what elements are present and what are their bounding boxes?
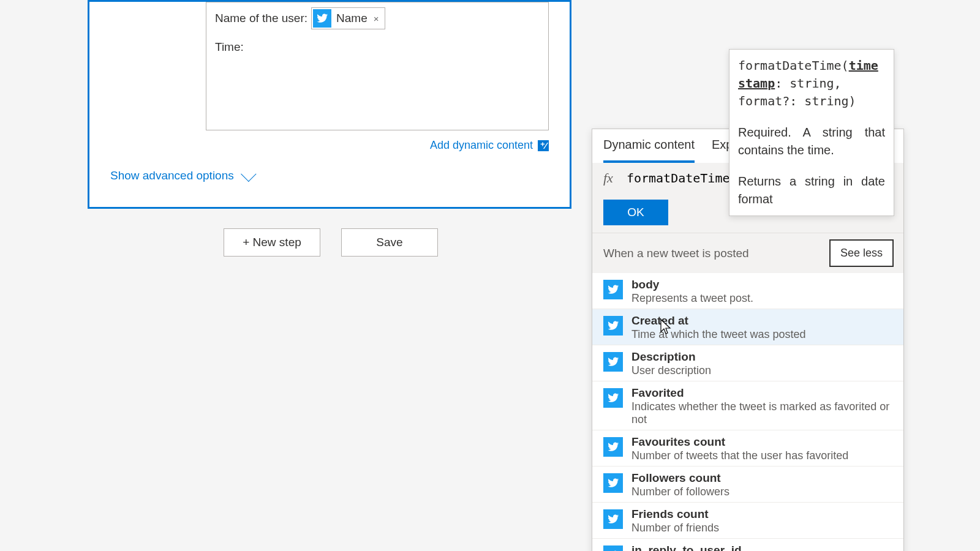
dc-item-body[interactable]: bodyRepresents a tweet post. <box>592 273 903 309</box>
field-label-time: Time: <box>215 40 244 54</box>
twitter-icon <box>603 388 623 408</box>
new-step-button[interactable]: + New step <box>224 228 320 257</box>
body-line-1: Name of the user: Name × <box>215 7 542 29</box>
chevron-down-icon <box>241 166 256 181</box>
dc-item-title: Created at <box>631 314 805 328</box>
tooltip-fn: formatDateTime( <box>738 58 849 73</box>
show-advanced-label: Show advanced options <box>110 169 234 182</box>
token-name[interactable]: Name × <box>311 7 385 29</box>
dc-item-title: Followers count <box>631 471 729 485</box>
dc-item-favourites-count[interactable]: Favourites countNumber of tweets that th… <box>592 430 903 467</box>
see-less-button[interactable]: See less <box>829 239 894 267</box>
twitter-icon <box>603 545 623 551</box>
dc-item-followers-count[interactable]: Followers countNumber of followers <box>592 467 903 503</box>
dc-item-in-reply-to-user-id[interactable]: in_reply_to_user_idUser Id of the author… <box>592 539 903 551</box>
dc-item-title: Friends count <box>631 508 719 521</box>
add-dynamic-content-link[interactable]: Add dynamic content ⁺⁄ <box>89 139 549 152</box>
field-label-name: Name of the user: <box>215 12 307 25</box>
token-label: Name <box>336 12 368 25</box>
twitter-icon <box>313 9 331 28</box>
body-line-2: Time: <box>215 40 542 54</box>
dc-item-favorited[interactable]: FavoritedIndicates whether the tweet is … <box>592 381 903 430</box>
dc-item-title: in_reply_to_user_id <box>631 544 892 551</box>
message-body-input[interactable]: Name of the user: Name × Time: <box>206 2 549 130</box>
dc-item-desc: Indicates whether the tweet is marked as… <box>631 400 892 426</box>
dc-item-desc: Time at which the tweet was posted <box>631 328 805 341</box>
dc-item-title: Favorited <box>631 386 892 400</box>
dc-item-desc: Represents a tweet post. <box>631 292 753 305</box>
dc-item-desc: User description <box>631 364 711 377</box>
tab-dynamic-content[interactable]: Dynamic content <box>603 138 695 163</box>
ok-button[interactable]: OK <box>603 200 668 225</box>
twitter-icon <box>603 473 623 493</box>
dc-item-description[interactable]: DescriptionUser description <box>592 345 903 381</box>
trigger-section-header: When a new tweet is posted See less <box>592 233 903 273</box>
twitter-icon <box>603 352 623 372</box>
flow-buttons: + New step Save <box>224 228 438 257</box>
dc-item-title: Favourites count <box>631 435 848 449</box>
dc-item-friends-count[interactable]: Friends countNumber of friends <box>592 503 903 539</box>
token-remove-icon[interactable]: × <box>372 13 380 24</box>
dc-item-desc: Number of friends <box>631 522 719 534</box>
dc-item-desc: Number of tweets that the user has favor… <box>631 449 848 462</box>
dc-item-created-at[interactable]: Created atTime at which the tweet was po… <box>592 309 903 345</box>
function-signature-tooltip: formatDateTime(timestamp: string, format… <box>729 49 894 216</box>
flow-action-card: Name of the user: Name × Time: Add dynam… <box>88 0 571 209</box>
tooltip-signature: formatDateTime(timestamp: string, format… <box>738 57 885 110</box>
lightning-plus-icon: ⁺⁄ <box>538 140 549 151</box>
twitter-icon <box>603 509 623 529</box>
dc-item-title: Description <box>631 350 711 364</box>
dc-item-desc: Number of followers <box>631 485 729 498</box>
twitter-icon <box>603 437 623 457</box>
show-advanced-options[interactable]: Show advanced options <box>110 169 252 182</box>
dc-item-title: body <box>631 278 753 291</box>
twitter-icon <box>603 280 623 299</box>
tooltip-required: Required. A string that contains the tim… <box>738 124 885 159</box>
twitter-icon <box>603 316 623 335</box>
save-button[interactable]: Save <box>341 228 438 257</box>
dynamic-content-list[interactable]: bodyRepresents a tweet post. Created atT… <box>592 273 903 551</box>
add-dynamic-content-label: Add dynamic content <box>430 139 533 152</box>
fx-icon: fx <box>603 170 613 186</box>
tooltip-returns: Returns a string in date format <box>738 173 885 208</box>
trigger-title: When a new tweet is posted <box>603 247 749 260</box>
